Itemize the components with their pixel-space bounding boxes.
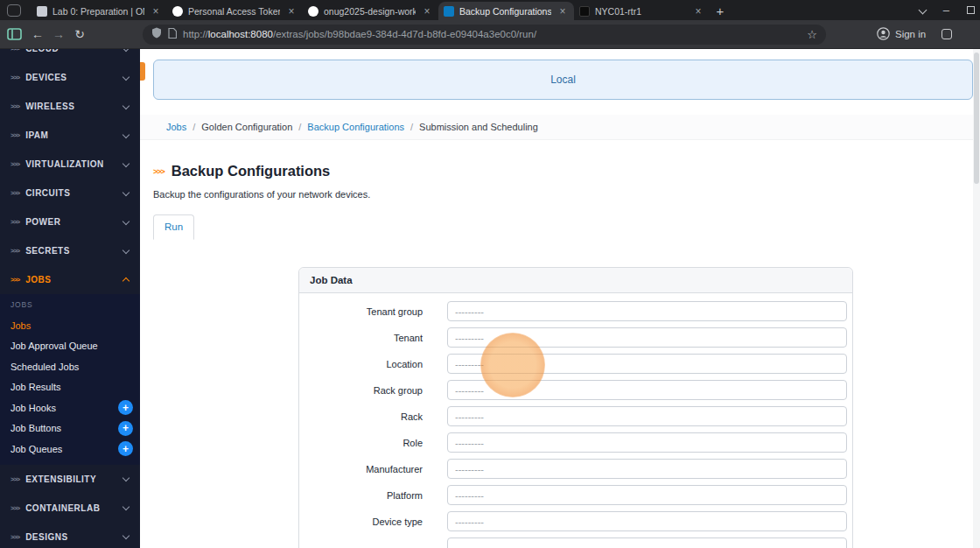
- tab-lab0[interactable]: Lab 0: Preparation | ONUG 2 ×: [32, 2, 167, 20]
- form-field-row: Manufacturer: [299, 459, 847, 479]
- chevron-up-icon: [122, 278, 130, 285]
- tab-close-icon[interactable]: ×: [150, 5, 162, 18]
- tab-list-chevron-icon[interactable]: [918, 6, 927, 15]
- sidebar-item-scheduled-jobs[interactable]: Scheduled Jobs: [0, 356, 140, 377]
- sidebar-group-label: VIRTUALIZATION: [25, 159, 117, 169]
- role-field[interactable]: [447, 432, 847, 453]
- page-scrollbar[interactable]: [973, 49, 980, 548]
- sidebar-item-job-queues[interactable]: Job Queues +: [0, 439, 140, 460]
- sidebar-group-label: DESIGNS: [25, 532, 117, 542]
- rack-group-field[interactable]: [447, 380, 847, 400]
- nautobot-favicon: [444, 6, 454, 17]
- sidebar-item-label: Job Results: [10, 382, 60, 392]
- sidebar-group-virtualization[interactable]: >>> VIRTUALIZATION: [0, 150, 140, 179]
- sidebar-group-label: EXTENSIBILITY: [25, 474, 117, 484]
- field-label-tenant: Tenant: [299, 333, 423, 343]
- breadcrumb-separator: /: [192, 122, 195, 132]
- back-button[interactable]: ←: [27, 27, 48, 41]
- form-field-row: [299, 537, 847, 548]
- sidebar-group-containerlab[interactable]: >>> CONTAINERLAB: [0, 494, 140, 523]
- tab-title: Backup Configurations -: [459, 6, 551, 17]
- location-field[interactable]: [447, 354, 847, 374]
- sidebar-group-designs[interactable]: >>> DESIGNS: [0, 523, 140, 548]
- partial-field[interactable]: [447, 537, 847, 548]
- sign-in-button[interactable]: Sign in: [877, 27, 926, 42]
- tab-nyc01-rtr1[interactable]: NYC01-rtr1 ×: [574, 2, 710, 20]
- tab-close-icon[interactable]: ×: [285, 5, 298, 18]
- new-tab-button[interactable]: +: [710, 2, 731, 20]
- tab-personal-access-tokens[interactable]: Personal Access Tokens ( ×: [167, 2, 303, 20]
- sidebar-item-job-buttons[interactable]: Job Buttons +: [0, 418, 140, 439]
- add-job-buttons-button[interactable]: +: [118, 421, 133, 436]
- sidebar-group-cloud[interactable]: >>> CLOUD: [0, 49, 140, 63]
- sidebar-item-job-hooks[interactable]: Job Hooks +: [0, 397, 140, 418]
- sidebar-group-wireless[interactable]: >>> WIRELESS: [0, 92, 140, 121]
- side-panel-icon[interactable]: [7, 28, 22, 40]
- chevron-down-icon: [122, 159, 130, 166]
- tab-title: Lab 0: Preparation | ONUG 2: [52, 6, 144, 17]
- sidebar-group-circuits[interactable]: >>> CIRCUITS: [0, 179, 140, 207]
- environment-banner: Local: [153, 60, 973, 100]
- url-host: localhost:8080: [208, 29, 273, 39]
- sidebar-group-devices[interactable]: >>> DEVICES: [0, 63, 140, 92]
- rack-field[interactable]: [447, 406, 847, 426]
- tab-run[interactable]: Run: [153, 214, 194, 240]
- page-info-icon[interactable]: [168, 26, 177, 42]
- address-bar[interactable]: http://localhost:8080/extras/jobs/b98bda…: [143, 25, 826, 45]
- tab-backup-configurations[interactable]: Backup Configurations - ×: [438, 2, 574, 20]
- tab-close-icon[interactable]: ×: [421, 5, 433, 18]
- url-scheme: http://: [183, 29, 208, 39]
- page-subtitle: Backup the configurations of your networ…: [153, 189, 980, 200]
- sidebar-group-extensibility[interactable]: >>> EXTENSIBILITY: [0, 465, 140, 494]
- shield-icon[interactable]: [151, 26, 162, 42]
- manufacturer-field[interactable]: [447, 459, 847, 479]
- sidebar-collapse-button[interactable]: ‹: [140, 62, 145, 81]
- bookmark-star-icon[interactable]: ☆: [807, 28, 817, 41]
- triple-chevron-icon: >>>: [10, 533, 19, 541]
- url-text[interactable]: http://localhost:8080/extras/jobs/b98bda…: [183, 29, 801, 39]
- sidebar-group-jobs[interactable]: >>> JOBS: [0, 265, 140, 294]
- breadcrumb-backup-configurations-link[interactable]: Backup Configurations: [307, 122, 404, 132]
- triple-chevron-icon: >>>: [10, 160, 19, 168]
- chevron-down-icon: [122, 49, 130, 52]
- sidebar-group-power[interactable]: >>> POWER: [0, 207, 140, 236]
- maximize-button[interactable]: [967, 6, 975, 14]
- add-job-queues-button[interactable]: +: [118, 441, 133, 456]
- window-controls: –: [920, 4, 980, 20]
- app-body: >>> CLOUD >>> DEVICES >>> WIRELESS >>> I…: [0, 49, 980, 548]
- form-field-row: Tenant: [299, 327, 847, 348]
- device-type-field[interactable]: [447, 511, 847, 531]
- sidebar-item-job-results[interactable]: Job Results: [0, 377, 140, 398]
- tab-strip: Lab 0: Preparation | ONUG 2 × Personal A…: [0, 0, 980, 20]
- sidebar-item-label: Job Hooks: [10, 403, 56, 413]
- scrollbar-thumb[interactable]: [974, 53, 979, 184]
- add-job-hooks-button[interactable]: +: [118, 400, 133, 415]
- sidebar-group-label: DEVICES: [25, 73, 117, 82]
- reload-button[interactable]: ↻: [69, 27, 90, 41]
- tenant-field[interactable]: [447, 327, 847, 348]
- tab-close-icon[interactable]: ×: [692, 5, 704, 18]
- toolbar-extra-icon[interactable]: [942, 29, 952, 39]
- sidebar-item-job-approval-queue[interactable]: Job Approval Queue: [0, 336, 140, 357]
- tab-search-icon[interactable]: [7, 4, 21, 17]
- tab-close-icon[interactable]: ×: [556, 5, 569, 18]
- chevron-down-icon: [122, 188, 130, 195]
- form-field-row: Device type: [299, 511, 847, 531]
- tenant-group-field[interactable]: [447, 301, 847, 321]
- sidebar-item-jobs[interactable]: Jobs: [0, 315, 140, 336]
- triple-chevron-icon: >>>: [10, 247, 19, 255]
- sidebar-group-secrets[interactable]: >>> SECRETS: [0, 236, 140, 265]
- minimize-button[interactable]: –: [943, 4, 949, 17]
- github-favicon: [308, 6, 318, 17]
- field-label-platform: Platform: [299, 490, 423, 501]
- forward-button[interactable]: →: [48, 27, 69, 41]
- form-field-row: Platform: [299, 485, 847, 505]
- breadcrumb-jobs-link[interactable]: Jobs: [166, 122, 186, 132]
- github-favicon: [172, 6, 183, 17]
- sidebar-group-ipam[interactable]: >>> IPAM: [0, 121, 140, 150]
- chevron-down-icon: [122, 217, 130, 224]
- platform-field[interactable]: [447, 485, 847, 505]
- tab-title: NYC01-rtr1: [595, 6, 687, 17]
- sign-in-label: Sign in: [895, 29, 926, 39]
- tab-onug2025-design-workshop[interactable]: onug2025-design-worksh ×: [303, 2, 438, 20]
